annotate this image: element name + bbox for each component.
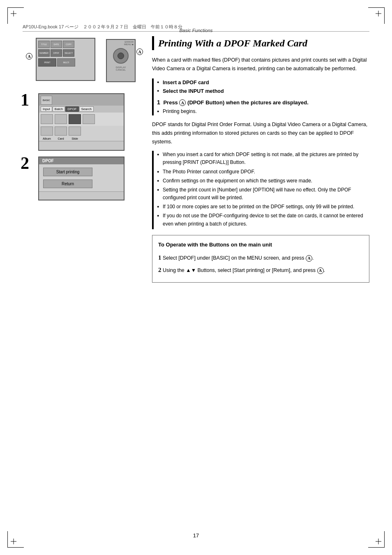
notes-vert-bar	[152, 151, 154, 229]
title-bar: Printing With a DPOF Marked Card	[152, 36, 369, 50]
icon-grid-row1	[39, 113, 124, 126]
section-vert-bar	[152, 78, 154, 115]
info-box-title: To Operate with the Buttons on the main …	[158, 240, 363, 249]
mid-btn-row: NUMBER DPOF SELECT	[37, 49, 95, 58]
step2-screen: DPOF Start printing Return	[38, 157, 125, 200]
step1-text: Press A (DPOF Button) when the pictures …	[163, 99, 308, 106]
dpof-header: DPOF	[39, 157, 124, 164]
bottom-btn-row: PRINT MULTI	[37, 58, 95, 67]
circle-button	[113, 48, 129, 64]
note-3: Setting the print count in [Number] unde…	[157, 186, 369, 202]
intro-paragraph: When a card with marked files (DPOF) tha…	[152, 56, 369, 73]
dpof-screen-bottom	[39, 191, 124, 200]
step1-screen-wrap: BASIC Input Batch DPOF Search	[38, 93, 142, 151]
grid-icon-4	[83, 114, 95, 124]
btn-date: DATE	[51, 41, 62, 48]
note-4: If 100 or more copies are set to be prin…	[157, 203, 369, 211]
step-num-1: 1	[157, 99, 160, 106]
section-content: Insert a DPOF card Select the INPUT meth…	[157, 78, 369, 115]
step1-area: 1 BASIC Input Batch DPOF Search	[23, 93, 142, 151]
note-1: The Photo Printer cannot configure DPOF.	[157, 168, 369, 176]
step2-area: 2 DPOF Start printing Return	[23, 157, 142, 200]
label-row: Album Card Slide	[39, 136, 124, 141]
icon-basic: BASIC	[41, 96, 52, 105]
crosshair-br	[376, 539, 381, 544]
error-label: ERRORMENU ■	[107, 40, 135, 46]
note-5: If you do not use the DPOF-configuring d…	[157, 212, 369, 228]
btn-title: TITLE	[38, 41, 50, 48]
step1-note: Printing begins.	[157, 108, 369, 115]
btn-number: NUMBER	[38, 49, 50, 57]
box-step1-text: Select [DPOF] under [BASIC] on the MENU …	[163, 255, 314, 261]
tab-search: Search	[79, 106, 94, 112]
bottom-labels	[37, 67, 95, 68]
grid-icon-5	[41, 127, 53, 136]
grid-icon-2	[55, 114, 67, 124]
label-album: Album	[41, 137, 53, 140]
inner-circle	[118, 53, 124, 59]
box-step-num-1: 1	[158, 254, 161, 261]
btn-start-printing: Start printing	[43, 168, 92, 176]
grid-icon-6	[55, 127, 67, 136]
device-panel-area: A TITLE DATE COPY NUMBER DPOF SELECT PRI…	[23, 37, 138, 88]
note-0: When you insert a card for which DPOF se…	[157, 151, 369, 166]
screen-bottom	[39, 141, 124, 150]
a-circle-step1: A	[179, 99, 186, 106]
btn-copy: COPY	[63, 41, 74, 48]
crosshair-tl	[11, 11, 16, 16]
a-circle-right: A	[136, 48, 143, 55]
btn-return: Return	[43, 180, 92, 188]
icon-grid-row2	[39, 126, 124, 136]
grid-icon-1	[41, 114, 53, 124]
btn-multi: MULTI	[57, 58, 75, 67]
dpof-info-paragraph: DPOF stands for Digital Print Order Form…	[152, 120, 369, 146]
step2-screen-wrap: DPOF Start printing Return	[38, 157, 142, 200]
page-title: Printing With a DPOF Marked Card	[158, 37, 307, 49]
tab-dpof: DPOF	[65, 106, 78, 112]
step1-number: 1	[21, 91, 29, 108]
spacer	[53, 96, 122, 105]
top-btn-row: TITLE DATE COPY	[37, 39, 95, 49]
joystick-panel: ERRORMENU ■ A DISPLAYCANCEL	[106, 39, 136, 82]
a-circle-box1: A	[306, 255, 312, 262]
crosshair-tr	[376, 11, 381, 16]
notes-section: When you insert a card for which DPOF se…	[152, 151, 369, 229]
box-step-num-2: 2	[158, 267, 161, 273]
info-box: To Operate with the Buttons on the main …	[152, 235, 369, 283]
grid-icon-3	[69, 114, 81, 124]
page-number: 17	[0, 532, 392, 539]
title-accent-bar	[152, 36, 154, 50]
right-column: Printing With a DPOF Marked Card When a …	[152, 36, 369, 283]
tab-batch: Batch	[53, 106, 65, 112]
note-2: Confirm settings on the equipment on whi…	[157, 177, 369, 185]
btn-select: SELECT	[63, 49, 74, 57]
tab-row: Input Batch DPOF Search	[39, 106, 124, 113]
box-step2-text: Using the ▲▼ Buttons, select [Start prin…	[163, 267, 325, 273]
insert-select-section: Insert a DPOF card Select the INPUT meth…	[152, 78, 369, 115]
left-column: A TITLE DATE COPY NUMBER DPOF SELECT PRI…	[23, 37, 142, 200]
grid-icon-7	[69, 127, 81, 136]
step1-instruction: 1 Press A (DPOF Button) when the picture…	[157, 99, 369, 106]
a-circle-left: A	[26, 53, 32, 60]
step2-number: 2	[21, 154, 29, 172]
printer-panel: TITLE DATE COPY NUMBER DPOF SELECT PRINT…	[36, 38, 95, 81]
crosshair-bl	[11, 539, 16, 544]
notes-content: When you insert a card for which DPOF se…	[157, 151, 369, 229]
label-card: Card	[55, 137, 67, 140]
a-label-left: A	[26, 53, 32, 60]
box-step2: 2 Using the ▲▼ Buttons, select [Start pr…	[158, 265, 363, 275]
screen-top-bar: BASIC	[39, 94, 124, 106]
page-container: AP10U-Eng.book 17 ページ ２００２年９月２７日 金曜日 午前１…	[0, 0, 392, 555]
dpof-body: Start printing Return	[39, 164, 124, 191]
a-circle-box2: A	[317, 267, 324, 274]
steps-header-list: Insert a DPOF card Select the INPUT meth…	[157, 78, 369, 95]
step-select: Select the INPUT method	[157, 87, 369, 96]
a-label-right: A	[136, 48, 143, 55]
tab-input: Input	[41, 106, 52, 112]
btn-print: PRINT	[38, 58, 56, 67]
btn-dpof: DPOF	[51, 49, 62, 57]
label-slide: Slide	[69, 137, 81, 140]
display-cancel-label: DISPLAYCANCEL	[107, 65, 135, 72]
step1-screen: BASIC Input Batch DPOF Search	[38, 93, 125, 151]
section-label: Basic Functions	[0, 28, 392, 33]
